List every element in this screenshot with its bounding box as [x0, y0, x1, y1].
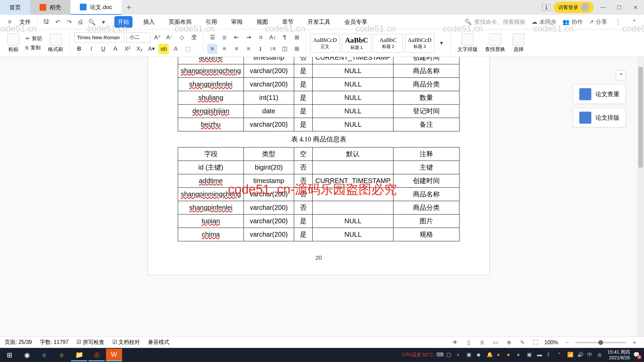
vertical-scrollbar[interactable]: [637, 57, 644, 348]
copy-button[interactable]: ⎘复制: [24, 44, 43, 52]
minimize-button[interactable]: —: [596, 2, 610, 12]
collapse-panel-button[interactable]: ⌃: [616, 70, 626, 80]
start-button[interactable]: ⊞: [1, 349, 17, 361]
ime-icon[interactable]: 中: [587, 352, 594, 358]
tray-yellow-icon[interactable]: ●: [507, 352, 514, 358]
tray-purple-icon[interactable]: ▣: [527, 352, 534, 358]
font-name-select[interactable]: Times New Roman: [74, 33, 124, 43]
shrink-font-button[interactable]: A⁻: [165, 33, 175, 43]
bullet-list-button[interactable]: ☰: [207, 33, 217, 43]
edge-icon[interactable]: e: [54, 349, 70, 361]
style-h1[interactable]: AaBbC标题 1: [342, 34, 371, 53]
save-icon[interactable]: 🖫: [41, 17, 51, 27]
tab-devtools[interactable]: 开发工具: [304, 16, 334, 28]
cut-button[interactable]: ✂剪切: [24, 35, 43, 43]
paste-button[interactable]: 粘贴: [5, 34, 22, 53]
sync-status[interactable]: ☁未同步: [532, 18, 556, 26]
line-spacing-button[interactable]: ↕≡: [268, 44, 278, 54]
tab-chapter[interactable]: 章节: [279, 16, 297, 28]
align-justify-button[interactable]: ≡: [244, 44, 254, 54]
compat-mode[interactable]: 兼容模式: [148, 339, 169, 346]
maximize-button[interactable]: ☐: [612, 2, 626, 12]
tab-reference[interactable]: 引用: [202, 16, 220, 28]
fit-icon[interactable]: ⛶: [531, 338, 540, 347]
word-count[interactable]: 字数: 11797: [40, 339, 68, 346]
paragraph-mark-button[interactable]: ¶: [280, 33, 290, 43]
phonetic-button[interactable]: 变: [189, 33, 199, 43]
tab-docer[interactable]: 稻壳: [30, 0, 70, 15]
tray-shield-icon[interactable]: ◆: [477, 352, 483, 358]
decrease-indent-button[interactable]: ⇤: [231, 33, 241, 43]
tab-member[interactable]: 会员专享: [341, 16, 371, 28]
web-view-icon[interactable]: ⊕: [504, 338, 514, 347]
document-area[interactable]: addtimetimestamp否CURRENT_TIMESTAMP创建时间 s…: [0, 57, 637, 348]
explorer-icon[interactable]: 📁: [71, 349, 87, 361]
shading-button[interactable]: ◫: [280, 44, 290, 54]
tab-review[interactable]: 审阅: [228, 16, 246, 28]
table-2[interactable]: 字段类型空默认注释 id (主键)bigint(20)否主键 addtimeti…: [178, 147, 460, 241]
file-menu[interactable]: 文件: [16, 18, 34, 26]
keyboard-icon[interactable]: ⌨: [436, 352, 443, 358]
tab-home[interactable]: 首页: [0, 0, 30, 15]
tab-pagelayout[interactable]: 页面布局: [165, 16, 195, 28]
tab-view[interactable]: 视图: [253, 16, 271, 28]
annotate-icon[interactable]: ✎: [518, 338, 527, 347]
redo-icon[interactable]: ↷: [64, 17, 74, 27]
zoom-level[interactable]: 100%: [544, 340, 558, 346]
hamburger-icon[interactable]: ≡: [5, 17, 15, 27]
tray-usb-icon[interactable]: ▬: [537, 352, 544, 358]
style-h2[interactable]: AaBbC标题 2: [373, 34, 403, 53]
tray-up-icon[interactable]: ⌃: [557, 352, 564, 358]
strike-button[interactable]: A̵: [110, 44, 120, 54]
table-1[interactable]: addtimetimestamp否CURRENT_TIMESTAMP创建时间 s…: [178, 57, 460, 131]
text-layout-button[interactable]: 文字排版: [455, 34, 480, 53]
tray-bell-icon[interactable]: 🔔: [487, 352, 493, 358]
wps-icon[interactable]: W: [106, 349, 122, 361]
paper-check-button[interactable]: 论文查重: [573, 84, 626, 104]
text-direction-button[interactable]: A↕: [268, 33, 278, 43]
distribute-button[interactable]: ⫿: [256, 44, 266, 54]
paper-layout-button[interactable]: 论文排版: [573, 108, 626, 127]
show-marks-button[interactable]: ⊞: [292, 33, 302, 43]
align-right-button[interactable]: ≡: [231, 44, 241, 54]
new-tab-button[interactable]: +: [121, 0, 136, 15]
number-list-button[interactable]: ≣: [219, 33, 229, 43]
spellcheck-status[interactable]: ☑ 拼写检查: [76, 339, 104, 346]
tab-insert[interactable]: 插入: [140, 16, 158, 28]
zoom-out-button[interactable]: −: [562, 338, 572, 347]
tray-orange-icon[interactable]: ●: [497, 352, 503, 358]
proofread-status[interactable]: ☑ 文档校对: [112, 339, 140, 346]
highlight-button[interactable]: ab: [159, 44, 169, 54]
italic-button[interactable]: I: [86, 44, 96, 54]
login-button[interactable]: 访客登录: [553, 2, 594, 13]
tab-start[interactable]: 开始: [114, 16, 132, 28]
sort-button[interactable]: ⤭: [256, 33, 266, 43]
text-effect-button[interactable]: A▾: [147, 44, 157, 54]
grow-font-button[interactable]: A⁺: [153, 33, 163, 43]
command-search[interactable]: 🔍查找命令、搜索模板: [465, 18, 526, 26]
window-badge[interactable]: 1: [542, 4, 551, 11]
notification-icon[interactable]: 💬3: [633, 352, 640, 358]
style-body[interactable]: AaBbCcD正文: [310, 34, 340, 53]
collab-button[interactable]: 👥协作: [562, 18, 583, 26]
superscript-button[interactable]: X²: [122, 44, 132, 54]
eye-icon[interactable]: 👁: [450, 338, 460, 347]
undo-icon[interactable]: ↶: [53, 17, 63, 27]
reading-view-icon[interactable]: ▭: [491, 338, 500, 347]
chevron-down-icon[interactable]: ▾: [98, 17, 108, 27]
tray-store-icon[interactable]: ▣: [467, 352, 473, 358]
tray-blue-icon[interactable]: ▢: [446, 352, 453, 358]
clock[interactable]: 15:41 周四2021/8/26: [607, 349, 630, 361]
print-preview-icon[interactable]: 🔍: [87, 17, 97, 27]
font-color-button[interactable]: A: [171, 44, 181, 54]
bluetooth-icon[interactable]: ᛒ: [547, 352, 554, 358]
bold-button[interactable]: B: [74, 44, 84, 54]
page-count[interactable]: 页面: 25/39: [5, 339, 32, 346]
style-h3[interactable]: AaBbCcD标题 3: [405, 34, 434, 53]
outline-view-icon[interactable]: ≣: [477, 338, 487, 347]
find-replace-button[interactable]: 查找替换: [482, 34, 508, 53]
align-left-button[interactable]: ≡: [207, 44, 217, 54]
align-center-button[interactable]: ≡: [219, 44, 229, 54]
close-button[interactable]: ✕: [629, 2, 642, 12]
share-button[interactable]: ↗分享: [589, 18, 607, 26]
